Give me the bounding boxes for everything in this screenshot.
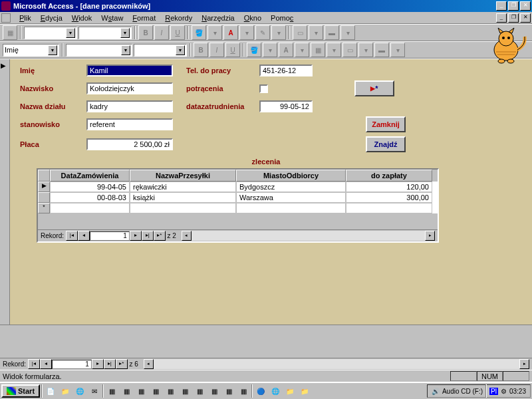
row-selector-icon[interactable]: ▶ xyxy=(38,182,50,192)
main-hscroll[interactable]: ◂▸ xyxy=(144,359,529,369)
taskbar-app-button[interactable]: 📁 xyxy=(298,384,311,398)
dd-4[interactable]: ▾ xyxy=(309,25,323,40)
taskbar-app-button[interactable]: 🔵 xyxy=(254,384,267,398)
tray-volume-icon[interactable]: 🔊 xyxy=(432,388,440,395)
nav-position-field[interactable]: 1 xyxy=(90,231,130,241)
font-color2-button[interactable]: A xyxy=(279,43,293,57)
cell-data[interactable]: 99-04-05 xyxy=(50,182,130,192)
subform-hscroll[interactable]: ◂▸ xyxy=(182,231,435,241)
menu-wstaw[interactable]: Wstaw xyxy=(96,13,128,23)
cell-nazwa[interactable]: rękawiczki xyxy=(130,182,236,192)
grid-button[interactable]: ▦ xyxy=(311,43,325,57)
main-nav-first-button[interactable]: |◂ xyxy=(28,359,40,369)
quicklaunch-button[interactable]: 📁 xyxy=(59,384,72,398)
field-imie[interactable]: Kamil xyxy=(86,65,173,76)
cell-nazwa[interactable]: książki xyxy=(130,192,236,203)
font2-combo[interactable]: ▼ xyxy=(66,44,132,57)
taskbar-app-button[interactable]: 📁 xyxy=(283,384,297,398)
dd-3[interactable]: ▾ xyxy=(271,25,286,40)
object-combo[interactable]: Imię▼ xyxy=(3,44,59,57)
menu-rekordy[interactable]: Rekordy xyxy=(160,13,197,23)
zamknij-button[interactable]: Zamknij xyxy=(366,116,406,132)
col-zaplaty[interactable]: do zapłaty xyxy=(346,170,432,182)
line-color-button[interactable]: ✎ xyxy=(255,25,270,40)
bold2-button[interactable]: B xyxy=(194,43,208,57)
font-color-button[interactable]: A xyxy=(223,25,238,40)
field-nazwa-dzialu[interactable]: kadry xyxy=(86,100,173,112)
col-miasto[interactable]: MiastoOdbiorcy xyxy=(236,170,346,182)
taskbar-app-button[interactable]: ▦ xyxy=(237,384,250,398)
mdi-restore-button[interactable]: ❐ xyxy=(508,13,519,23)
taskbar-app-button[interactable]: ▦ xyxy=(149,384,162,398)
size2-combo[interactable]: ▼ xyxy=(134,44,187,57)
menu-edycja[interactable]: Edycja xyxy=(36,13,67,23)
menu-widok[interactable]: Widok xyxy=(67,13,97,23)
record-selector-icon[interactable]: ▶ xyxy=(1,62,9,70)
main-nav-position-field[interactable]: 1 xyxy=(52,360,92,369)
quicklaunch-button[interactable]: 📄 xyxy=(44,384,57,398)
dd-5[interactable]: ▾ xyxy=(340,25,355,40)
taskbar-app-button[interactable]: ▦ xyxy=(207,384,221,398)
dd-1[interactable]: ▾ xyxy=(207,25,222,40)
menu-pomoc[interactable]: Pomoc xyxy=(266,13,298,23)
taskbar-app-button[interactable]: ▦ xyxy=(105,384,118,398)
nav-next-button[interactable]: ▸ xyxy=(130,231,142,241)
quicklaunch-button[interactable]: ✉ xyxy=(88,384,101,398)
effect2-button[interactable]: ▬ xyxy=(374,43,389,57)
cell-data[interactable]: 00-08-03 xyxy=(50,192,130,203)
col-data[interactable]: DataZamówienia xyxy=(50,170,130,182)
cell-miasto[interactable]: Bydgoszcz xyxy=(236,182,346,192)
cell-miasto[interactable]: Warszawa xyxy=(236,192,346,203)
new-row-icon[interactable]: * xyxy=(38,203,50,213)
menu-format[interactable]: Format xyxy=(128,13,160,23)
fill-color-button[interactable]: 🪣 xyxy=(192,25,206,40)
nav-first-button[interactable]: |◂ xyxy=(66,231,78,241)
taskbar-app-button[interactable]: 🌐 xyxy=(269,384,282,398)
dd2-5[interactable]: ▾ xyxy=(390,43,405,57)
dd2-3[interactable]: ▾ xyxy=(327,43,341,57)
field-nazwisko[interactable]: Kołodziejczyk xyxy=(86,82,173,94)
cell-zaplaty[interactable]: 120,00 xyxy=(346,182,432,192)
col-nazwa[interactable]: NazwaPrzesyłki xyxy=(130,170,236,182)
underline2-button[interactable]: U xyxy=(225,43,240,57)
main-nav-next-button[interactable]: ▸ xyxy=(92,359,104,369)
special-effect-button[interactable]: ▬ xyxy=(325,25,339,40)
tray-lang-icon[interactable]: Pl xyxy=(489,388,498,395)
taskbar-app-button[interactable]: ▦ xyxy=(193,384,206,398)
menu-narzedzia[interactable]: Narzędzia xyxy=(197,13,239,23)
underline-button[interactable]: U xyxy=(170,25,185,40)
grid-row[interactable]: ▶ 99-04-05 rękawiczki Bydgoszcz 120,00 xyxy=(38,182,438,192)
znajdz-button[interactable]: Znajdź xyxy=(366,136,406,152)
taskbar-app-button[interactable]: ▦ xyxy=(164,384,177,398)
italic2-button[interactable]: I xyxy=(209,43,224,57)
mdi-close-button[interactable]: ✕ xyxy=(520,13,531,23)
taskbar-app-button[interactable]: ▦ xyxy=(178,384,192,398)
nav-last-button[interactable]: ▸| xyxy=(142,231,154,241)
grid-row[interactable]: 00-08-03 książki Warszawa 300,00 xyxy=(38,192,438,203)
nav-prev-button[interactable]: ◂ xyxy=(78,231,90,241)
taskbar-app-button[interactable]: ▦ xyxy=(134,384,148,398)
grid-row-new[interactable]: * xyxy=(38,203,438,213)
menu-plik[interactable]: Plik xyxy=(15,13,36,23)
new-record-button[interactable]: ▶* xyxy=(354,80,394,96)
dd2-4[interactable]: ▾ xyxy=(358,43,373,57)
menu-okno[interactable]: Okno xyxy=(239,13,266,23)
field-datazatr[interactable]: 99-05-12 xyxy=(259,100,313,112)
dd2-2[interactable]: ▾ xyxy=(295,43,309,57)
cell-zaplaty[interactable]: 300,00 xyxy=(346,192,432,203)
start-button[interactable]: Start xyxy=(1,384,40,398)
taskbar-app-button[interactable]: ▦ xyxy=(222,384,235,398)
font-combo[interactable]: ▼ xyxy=(24,27,77,39)
dd2-1[interactable]: ▾ xyxy=(263,43,277,57)
quicklaunch-button[interactable]: 🌐 xyxy=(73,384,86,398)
field-stanowisko[interactable]: referent xyxy=(86,118,173,130)
size-combo[interactable]: ▼ xyxy=(78,27,132,39)
main-nav-last-button[interactable]: ▸| xyxy=(104,359,116,369)
italic-button[interactable]: I xyxy=(154,25,169,40)
main-nav-new-button[interactable]: ▸* xyxy=(116,359,128,369)
view-button[interactable]: ▦ xyxy=(3,25,17,40)
bold-button[interactable]: B xyxy=(138,25,153,40)
checkbox-potracenia[interactable] xyxy=(259,84,268,93)
main-nav-prev-button[interactable]: ◂ xyxy=(40,359,52,369)
mdi-system-icon[interactable] xyxy=(1,13,11,23)
